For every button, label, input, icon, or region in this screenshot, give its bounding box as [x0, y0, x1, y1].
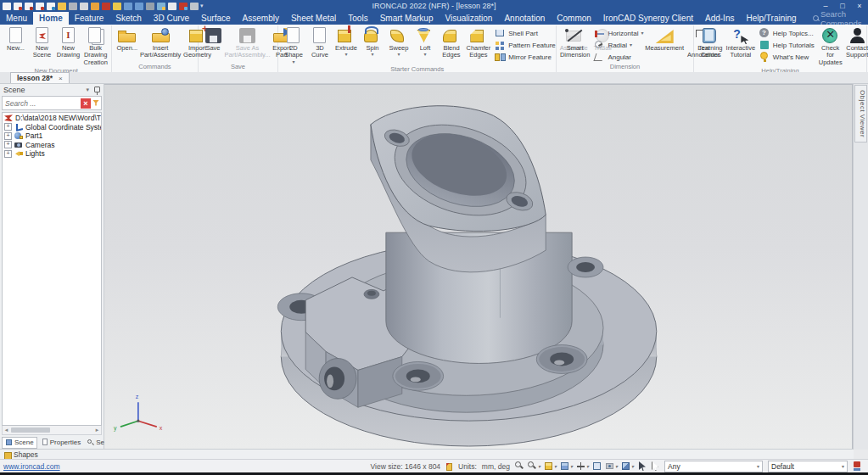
qat-pin[interactable]	[102, 3, 110, 10]
tab-tools[interactable]: Tools	[342, 12, 373, 25]
zoom-icon[interactable]	[515, 461, 524, 471]
tree-item-cameras[interactable]: +Cameras	[3, 141, 101, 150]
select-filter-icon[interactable]	[650, 461, 659, 471]
help-topics-button[interactable]: Help Topics...	[759, 28, 815, 38]
tab-smart-markup[interactable]: Smart Markup	[374, 12, 440, 25]
expand-icon[interactable]: +	[4, 150, 12, 158]
tab-ironcad-synergy-client[interactable]: IronCAD Synergy Client	[597, 12, 699, 25]
radial-dimension-button[interactable]: Radial▾	[594, 40, 643, 50]
look-at-icon[interactable]: ▾	[560, 461, 573, 471]
bulk-drawing-creation-button[interactable]: Bulk Drawing Creation	[81, 25, 109, 66]
2d-shape-button[interactable]: 2D Shape▾	[280, 25, 306, 64]
scroll-thumb[interactable]	[11, 428, 50, 433]
panel-tab-scene[interactable]: Scene	[2, 437, 37, 449]
open-button[interactable]: Open...	[114, 25, 140, 52]
qat-redo[interactable]	[135, 3, 143, 10]
measurement-button[interactable]: Measurement	[646, 25, 682, 52]
qat-properties[interactable]	[47, 3, 55, 10]
counterbore-hole[interactable]	[568, 257, 603, 277]
qat-bulk-drawing[interactable]	[36, 3, 44, 10]
tab-annotation[interactable]: Annotation	[498, 12, 551, 25]
blend-edges-button[interactable]: Blend Edges	[438, 25, 464, 59]
shell-part-button[interactable]: Shell Part	[495, 28, 556, 38]
qat-block[interactable]	[113, 3, 121, 10]
interactive-tutorial-button[interactable]: Interactive Tutorial	[725, 25, 757, 59]
help-tutorials-button[interactable]: Help Tutorials	[759, 40, 815, 50]
qat-settings[interactable]	[146, 3, 154, 10]
camera-view-icon[interactable]: ▾	[605, 461, 618, 471]
new-scene-button[interactable]: New Scene	[29, 25, 55, 59]
document-tab-close-icon[interactable]: ×	[59, 75, 63, 82]
qat-new-scene[interactable]	[14, 3, 22, 10]
qat-more-icon[interactable]: ▾	[200, 3, 204, 9]
tree-root-scene-document[interactable]: D:\data\2018 NEW\Word\TECH-NE	[3, 114, 101, 123]
tab-visualization[interactable]: Visualization	[439, 12, 498, 25]
tab-sheet-metal[interactable]: Sheet Metal	[285, 12, 342, 25]
insert-part-assembly-button[interactable]: Insert Part/Assembly	[140, 25, 181, 59]
panel-pin-icon[interactable]	[92, 86, 100, 95]
tab-common[interactable]: Common	[551, 12, 597, 25]
mirror-feature-button[interactable]: Mirror Feature	[495, 52, 556, 62]
tab-home[interactable]: Home	[33, 12, 69, 25]
angular-dimension-button[interactable]: Angular	[594, 52, 643, 62]
tab-assembly[interactable]: Assembly	[237, 12, 285, 25]
flange-part[interactable]	[277, 106, 656, 446]
select-tool-icon[interactable]	[637, 461, 647, 471]
chamfer-edges-button[interactable]: Chamfer Edges	[464, 25, 492, 59]
maximize-button[interactable]: □	[834, 0, 851, 12]
whats-new-button[interactable]: What's New	[759, 52, 815, 62]
tab-help-training[interactable]: Help/Training	[740, 12, 802, 25]
sketch-display-icon[interactable]	[592, 461, 602, 471]
new-drawing-button[interactable]: New Drawing	[55, 25, 81, 59]
expand-icon[interactable]: +	[4, 141, 12, 148]
tab-feature[interactable]: Feature	[69, 12, 109, 25]
save-button[interactable]: Save	[200, 25, 227, 52]
qat-new-drawing[interactable]	[25, 3, 33, 10]
tree-item-global-coordinate-system[interactable]: +Global Coordinate System	[3, 123, 101, 132]
spin-button[interactable]: Spin▾	[359, 25, 385, 57]
tab-sketch[interactable]: Sketch	[109, 12, 148, 25]
qat-open[interactable]	[58, 3, 66, 10]
qat-print[interactable]	[80, 3, 88, 10]
save-as-part-assembly-button[interactable]: Save As Part/Assembly...	[227, 25, 269, 59]
selection-filter-dropdown[interactable]: Any▾	[664, 461, 763, 472]
extrude-button[interactable]: Extrude▾	[333, 25, 359, 57]
tab-menu[interactable]: Menu	[0, 12, 33, 25]
object-viewer-tab[interactable]: Object Viewer	[854, 85, 867, 142]
loft-button[interactable]: Loft▾	[412, 25, 438, 57]
qat-table[interactable]	[190, 3, 199, 10]
expand-icon[interactable]: +	[4, 132, 12, 140]
render-mode-icon[interactable]: ▾	[621, 461, 634, 471]
panel-tab-properties[interactable]: Properties	[38, 438, 83, 448]
qat-save[interactable]	[69, 3, 77, 10]
qat-render[interactable]	[91, 3, 99, 10]
qat-undo[interactable]	[124, 3, 132, 10]
counterbore-hole[interactable]	[536, 345, 587, 374]
scroll-left-icon[interactable]: ◄	[3, 428, 10, 433]
expand-icon[interactable]: +	[4, 123, 12, 131]
tree-item-part1[interactable]: +Part1	[3, 131, 101, 141]
learning-center-button[interactable]: Learning Center	[696, 25, 725, 59]
check-for-updates-button[interactable]: Check for Updates	[817, 25, 844, 66]
filter-icon[interactable]	[91, 98, 101, 109]
small-hole[interactable]	[364, 289, 379, 299]
close-button[interactable]: ×	[851, 0, 868, 12]
qat-new[interactable]	[3, 3, 11, 10]
zoom-mode-icon[interactable]: ▾	[528, 461, 540, 471]
3d-curve-button[interactable]: 3D Curve	[306, 25, 333, 59]
search-commands[interactable]: Search Commands...	[813, 12, 868, 25]
ironcad-link[interactable]: www.ironcad.com	[3, 462, 60, 471]
counterbore-hole[interactable]	[393, 361, 444, 390]
tab-add-ins[interactable]: Add-Ins	[699, 12, 740, 25]
configuration-dropdown[interactable]: Default▾	[768, 461, 848, 472]
scene-config-icon[interactable]	[853, 461, 861, 471]
units-value[interactable]: mm, deg	[482, 462, 510, 471]
units-icon[interactable]	[445, 462, 453, 471]
horizontal-dimension-button[interactable]: Horizontal▾	[594, 28, 643, 38]
scene-search-input[interactable]	[3, 99, 81, 108]
contact-support-button[interactable]: Contact Support	[844, 25, 868, 59]
document-tab-lesson28[interactable]: lesson 28* ×	[10, 72, 70, 83]
tree-item-lights[interactable]: +Lights	[3, 149, 101, 159]
sweep-button[interactable]: Sweep▾	[385, 25, 412, 57]
clear-search-icon[interactable]: ×	[81, 98, 91, 109]
